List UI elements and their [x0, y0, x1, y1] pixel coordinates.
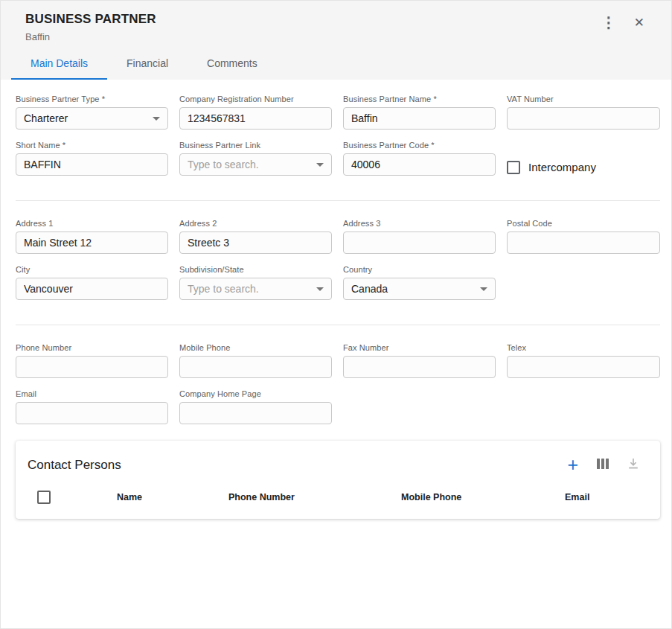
- field-address-2: Address 2: [179, 219, 332, 254]
- field-vat-number: VAT Number: [507, 95, 660, 130]
- business-partner-dialog: BUSINESS PARTNER Baffin ⋮ ✕ Main Details…: [0, 0, 672, 629]
- field-label: Postal Code: [507, 219, 660, 228]
- subdivision-state-select[interactable]: Type to search.: [179, 278, 332, 300]
- field-label: Business Partner Link: [179, 141, 332, 150]
- page-title: BUSINESS PARTNER: [25, 12, 156, 27]
- placeholder-text: Type to search.: [188, 159, 259, 170]
- selected-value: Canada: [351, 283, 388, 295]
- field-label: Phone Number: [16, 343, 168, 352]
- address-3-input[interactable]: [343, 232, 496, 254]
- field-city: City: [16, 265, 168, 300]
- field-label: Country: [343, 265, 496, 274]
- field-label: City: [16, 265, 168, 274]
- field-label: Business Partner Code *: [343, 141, 496, 150]
- column-settings-icon[interactable]: [596, 458, 609, 471]
- business-partner-link-select[interactable]: Type to search.: [179, 153, 332, 176]
- header-actions: ⋮ ✕: [601, 15, 644, 30]
- field-label: Telex: [507, 343, 660, 352]
- field-business-partner-code: Business Partner Code *: [343, 141, 496, 176]
- address-2-input[interactable]: [179, 232, 332, 254]
- contact-persons-actions: +: [567, 456, 639, 474]
- postal-code-input[interactable]: [507, 232, 660, 254]
- field-phone-number: Phone Number: [16, 343, 168, 378]
- telex-input[interactable]: [507, 356, 660, 378]
- field-business-partner-name: Business Partner Name *: [343, 95, 496, 130]
- intercompany-label: Intercompany: [528, 161, 596, 173]
- field-label: Short Name *: [16, 141, 168, 150]
- field-business-partner-type: Business Partner Type * Charterer: [16, 95, 168, 130]
- country-select[interactable]: Canada: [343, 278, 496, 300]
- field-address-1: Address 1: [16, 219, 168, 254]
- business-partner-code-input[interactable]: [343, 153, 496, 176]
- business-partner-name-input[interactable]: [343, 107, 496, 130]
- tab-main-details[interactable]: Main Details: [11, 48, 107, 80]
- field-label: Subdivision/State: [179, 265, 332, 274]
- business-partner-type-select[interactable]: Charterer: [16, 107, 168, 130]
- company-registration-number-input[interactable]: [179, 107, 332, 130]
- field-country: Country Canada: [343, 265, 496, 300]
- add-contact-person-icon[interactable]: +: [567, 456, 578, 474]
- field-company-registration-number: Company Registration Number: [179, 95, 332, 130]
- chevron-down-icon: [480, 287, 487, 291]
- section-divider: [16, 200, 660, 201]
- chevron-down-icon: [316, 287, 324, 291]
- download-icon[interactable]: [627, 458, 639, 471]
- field-company-home-page: Company Home Page: [179, 389, 332, 424]
- fax-number-input[interactable]: [343, 356, 496, 378]
- field-label: Mobile Phone: [179, 343, 332, 352]
- tab-bar: Main Details Financial Comments: [1, 48, 671, 80]
- field-mobile-phone: Mobile Phone: [179, 343, 332, 378]
- address-1-input[interactable]: [16, 232, 168, 254]
- field-label: Address 2: [179, 219, 332, 228]
- section-divider: [16, 325, 660, 325]
- short-name-input[interactable]: [16, 153, 168, 176]
- intercompany-checkbox[interactable]: [507, 161, 520, 174]
- field-fax-number: Fax Number: [343, 343, 496, 378]
- column-header-name: Name: [117, 492, 228, 502]
- field-label: VAT Number: [507, 95, 660, 103]
- field-label: Business Partner Type *: [16, 95, 168, 103]
- field-label: Email: [16, 389, 168, 398]
- field-email: Email: [16, 389, 168, 424]
- field-telex: Telex: [507, 343, 660, 378]
- identity-section: Business Partner Type * Charterer Compan…: [16, 95, 660, 176]
- contact-persons-card: Contact Persons +: [16, 441, 660, 519]
- contact-persons-table-header: Name Phone Number Mobile Phone Email: [16, 480, 660, 519]
- field-postal-code: Postal Code: [507, 219, 660, 254]
- field-label: Fax Number: [343, 343, 496, 352]
- select-all-checkbox[interactable]: [37, 491, 51, 504]
- page-subtitle: Baffin: [25, 31, 156, 42]
- mobile-phone-input[interactable]: [179, 356, 332, 378]
- header-text: BUSINESS PARTNER Baffin: [25, 12, 156, 42]
- selected-value: Charterer: [24, 112, 68, 124]
- contact-persons-header: Contact Persons +: [16, 441, 660, 480]
- company-home-page-input[interactable]: [179, 402, 332, 424]
- field-label: Company Registration Number: [179, 95, 332, 103]
- tab-comments[interactable]: Comments: [188, 48, 277, 80]
- email-input[interactable]: [16, 402, 168, 424]
- field-label: Address 3: [343, 219, 496, 228]
- field-short-name: Short Name *: [16, 141, 168, 176]
- contact-persons-title: Contact Persons: [28, 458, 121, 473]
- field-address-3: Address 3: [343, 219, 496, 254]
- column-header-email: Email: [565, 492, 648, 502]
- field-subdivision-state: Subdivision/State Type to search.: [179, 265, 332, 300]
- tab-financial[interactable]: Financial: [107, 48, 188, 80]
- address-section: Address 1 Address 2 Address 3 Postal Cod…: [16, 219, 660, 300]
- phone-number-input[interactable]: [16, 356, 168, 378]
- column-header-phone-number: Phone Number: [228, 492, 401, 502]
- close-icon[interactable]: ✕: [634, 16, 644, 29]
- main-details-panel: Business Partner Type * Charterer Compan…: [1, 80, 671, 519]
- dialog-header: BUSINESS PARTNER Baffin ⋮ ✕: [1, 1, 671, 48]
- vat-number-input[interactable]: [507, 107, 660, 130]
- field-label: Address 1: [16, 219, 168, 228]
- field-business-partner-link: Business Partner Link Type to search.: [179, 141, 332, 176]
- city-input[interactable]: [16, 278, 168, 300]
- chevron-down-icon: [153, 117, 160, 121]
- select-all-cell: [28, 491, 117, 504]
- field-label: Business Partner Name *: [343, 95, 496, 103]
- kebab-menu-icon[interactable]: ⋮: [601, 15, 616, 30]
- placeholder-text: Type to search.: [188, 283, 259, 295]
- field-label: Company Home Page: [179, 389, 332, 398]
- contact-info-section: Phone Number Mobile Phone Fax Number Tel…: [16, 343, 660, 424]
